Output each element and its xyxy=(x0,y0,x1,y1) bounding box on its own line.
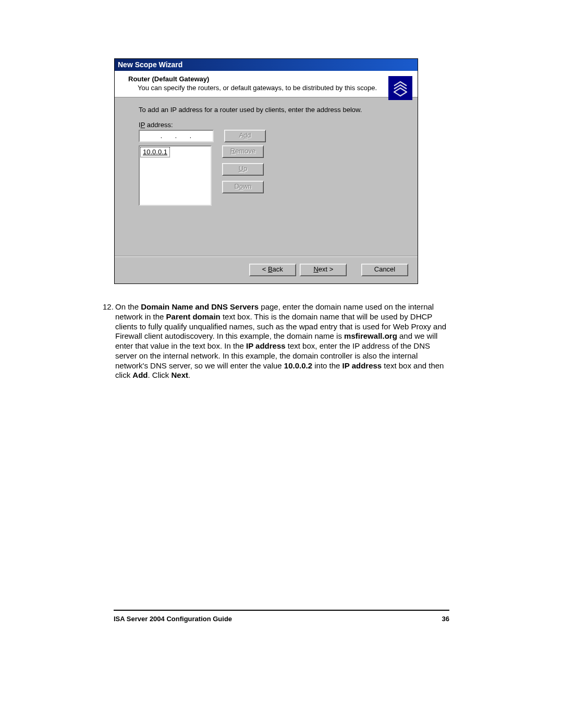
footer-rule xyxy=(114,610,449,611)
wizard-title: New Scope Wizard xyxy=(115,59,418,71)
up-button[interactable]: Up xyxy=(222,163,264,176)
ip-list-item[interactable]: 10.0.0.1 xyxy=(140,147,170,157)
cancel-button[interactable]: Cancel xyxy=(361,264,408,276)
add-button[interactable]: Add xyxy=(224,130,266,142)
wizard-header: Router (Default Gateway) You can specify… xyxy=(115,71,418,97)
instruction-step: 12. On the Domain Name and DNS Servers p… xyxy=(115,302,449,380)
ip-address-input[interactable]: ... xyxy=(139,130,214,142)
next-button[interactable]: Next > xyxy=(300,264,347,276)
wizard-dialog: New Scope Wizard Router (Default Gateway… xyxy=(114,58,418,284)
add-button-label: Add xyxy=(239,131,251,139)
ip-listbox[interactable]: 10.0.0.1 xyxy=(139,145,212,206)
page-footer: ISA Server 2004 Configuration Guide 36 xyxy=(114,615,449,623)
footer-title: ISA Server 2004 Configuration Guide xyxy=(114,615,232,623)
footer-page-number: 36 xyxy=(442,615,449,623)
down-button[interactable]: Down xyxy=(222,181,264,193)
wizard-instruction: To add an IP address for a router used b… xyxy=(139,106,404,114)
wizard-body: To add an IP address for a router used b… xyxy=(115,97,418,256)
ip-address-label: IP address: xyxy=(139,121,404,129)
wizard-header-subtitle: You can specify the routers, or default … xyxy=(138,84,411,92)
step-number: 12. xyxy=(103,302,114,312)
wizard-footer: < Back Next > Cancel xyxy=(115,256,418,283)
back-button[interactable]: < Back xyxy=(249,264,296,276)
wizard-header-title: Router (Default Gateway) xyxy=(128,75,411,83)
wizard-icon xyxy=(388,76,412,100)
remove-button[interactable]: Remove xyxy=(222,145,264,158)
